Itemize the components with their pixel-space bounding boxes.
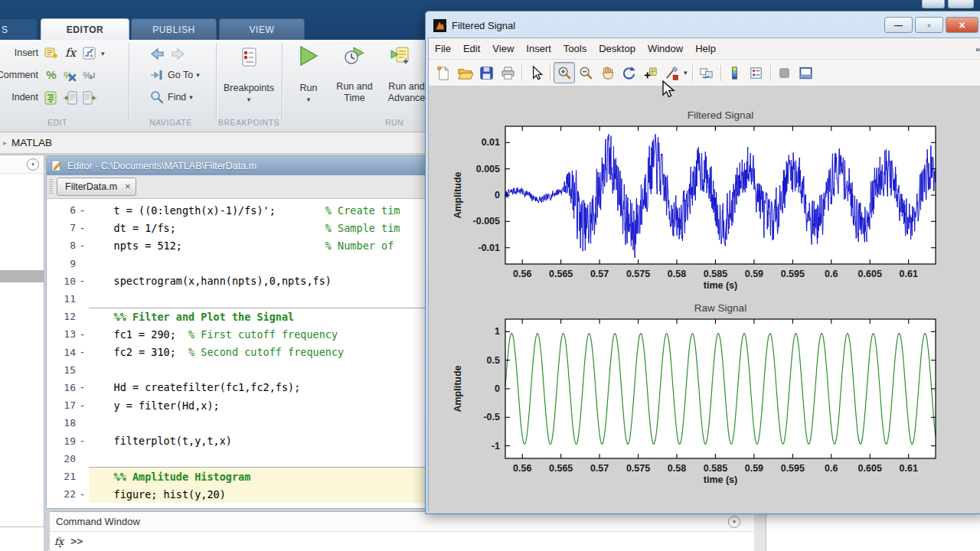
open-file-button[interactable]	[454, 62, 475, 83]
breakpoints-icon[interactable]	[237, 46, 260, 69]
run-button[interactable]: Run ▾	[286, 83, 332, 104]
line-number[interactable]: 9	[47, 258, 76, 269]
forward-icon[interactable]	[170, 46, 185, 61]
run-and-time-button[interactable]: Run and Time	[331, 81, 378, 104]
zoom-in-button[interactable]	[554, 62, 575, 83]
line-number[interactable]: 7	[47, 222, 76, 233]
run-icon[interactable]	[296, 44, 319, 67]
svg-text:fi: fi	[90, 54, 93, 58]
insert-dropdown-caret[interactable]: ▾	[101, 50, 105, 57]
breakpoints-button[interactable]: Breakpoints ▾	[217, 83, 281, 104]
insert-section-icon[interactable]	[44, 46, 59, 61]
menu-edit[interactable]: Edit	[457, 43, 486, 54]
breakpoint-gutter[interactable]: -	[76, 240, 89, 252]
comment-icon[interactable]: %	[44, 68, 59, 83]
menu-overflow-icon[interactable]: »	[975, 44, 980, 54]
link-plot-button[interactable]	[696, 62, 717, 83]
insert-legend-button[interactable]	[746, 62, 767, 83]
command-window-header[interactable]: Command Window ▾	[50, 512, 754, 532]
insert-block-icon[interactable]: fi	[82, 46, 97, 61]
line-number[interactable]: 12	[47, 311, 76, 322]
new-figure-button[interactable]	[433, 62, 454, 83]
tab-publish[interactable]: PUBLISH	[131, 18, 217, 40]
breakpoint-gutter[interactable]: -	[76, 346, 89, 358]
indent-left-icon[interactable]	[82, 90, 97, 106]
tab-view[interactable]: VIEW	[219, 18, 305, 40]
figure-close-button[interactable]: ×	[946, 17, 978, 33]
menu-view[interactable]: View	[486, 43, 520, 54]
selected-file-row[interactable]	[0, 270, 44, 282]
line-number[interactable]: 10	[47, 276, 76, 287]
breakpoint-gutter[interactable]: -	[76, 381, 89, 393]
run-and-advance-icon[interactable]	[389, 44, 412, 67]
x-tick-label: 0.6	[825, 463, 838, 474]
figure-titlebar[interactable]: Filtered Signal — ▫ ×	[428, 14, 980, 37]
show-plot-tools-dock-button[interactable]	[795, 62, 817, 83]
file-tab-filterdata[interactable]: FilterData.m ×	[57, 178, 136, 196]
breakpoint-gutter[interactable]: -	[76, 222, 89, 234]
back-icon[interactable]	[150, 46, 165, 61]
hide-plot-tools-button[interactable]	[774, 62, 795, 83]
line-number[interactable]: 18	[47, 417, 76, 429]
find-button[interactable]: Find▾	[149, 90, 193, 105]
line-number[interactable]: 8	[47, 240, 76, 251]
indent-label[interactable]: Indent	[0, 92, 38, 103]
run-and-time-icon[interactable]	[343, 44, 366, 67]
goto-button[interactable]: Go To▾	[149, 67, 200, 83]
menu-file[interactable]: File	[429, 43, 457, 54]
line-number[interactable]: 20	[47, 453, 76, 465]
line-number[interactable]: 11	[47, 293, 76, 305]
data-cursor-button[interactable]	[639, 62, 661, 83]
insert-colorbar-button[interactable]	[724, 62, 746, 83]
menu-tools[interactable]: Tools	[557, 43, 593, 54]
brush-dropdown-icon[interactable]: ▾	[684, 69, 688, 77]
tabbar-grip[interactable]	[49, 179, 53, 194]
uncomment-icon[interactable]: %	[63, 68, 78, 83]
command-window-menu-icon[interactable]: ▾	[728, 516, 740, 528]
save-figure-button[interactable]	[475, 62, 497, 83]
breakpoint-gutter[interactable]: -	[76, 328, 89, 341]
desktop-minimize-button[interactable]	[922, 0, 945, 8]
command-prompt-line[interactable]: fx▾ >>	[50, 532, 754, 550]
menu-help[interactable]: Help	[689, 43, 722, 54]
line-number[interactable]: 15	[47, 364, 76, 376]
tab-editor[interactable]: EDITOR	[41, 18, 129, 40]
line-number[interactable]: 22	[47, 488, 76, 500]
line-number[interactable]: 16	[47, 382, 76, 393]
panel-divider[interactable]	[754, 511, 766, 551]
pan-hand-button[interactable]	[596, 62, 618, 83]
edit-pointer-button[interactable]	[525, 62, 547, 83]
panel-menu-icon[interactable]: ▾	[27, 158, 39, 171]
brush-data-button[interactable]	[661, 62, 682, 83]
indent-right-icon[interactable]	[63, 90, 78, 106]
run-and-advance-button[interactable]: Run and Advance	[383, 81, 430, 104]
breakpoint-gutter[interactable]: -	[76, 488, 89, 500]
breakpoint-gutter[interactable]: -	[76, 399, 89, 412]
desktop-close-button[interactable]	[948, 0, 974, 8]
menu-window[interactable]: Window	[642, 43, 689, 54]
smart-indent-icon[interactable]	[44, 90, 59, 106]
figure-restore-button[interactable]: ▫	[915, 17, 943, 33]
line-number[interactable]: 19	[47, 435, 76, 447]
line-number[interactable]: 13	[47, 328, 76, 340]
tab-close-icon[interactable]: ×	[125, 183, 131, 191]
breakpoint-gutter[interactable]: -	[76, 275, 89, 287]
line-number[interactable]: 17	[47, 399, 76, 411]
rotate-3d-button[interactable]	[618, 62, 639, 83]
breakpoint-gutter[interactable]: -	[76, 204, 89, 217]
print-figure-button[interactable]	[497, 62, 518, 83]
menu-desktop[interactable]: Desktop	[593, 43, 642, 54]
menu-insert[interactable]: Insert	[520, 43, 557, 54]
insert-label[interactable]: Insert	[0, 47, 38, 58]
line-number[interactable]: 6	[47, 204, 76, 216]
line-number[interactable]: 21	[47, 471, 76, 482]
y-tick-label: 0.01	[482, 137, 500, 148]
comment-label[interactable]: Comment	[0, 70, 38, 80]
figure-minimize-button[interactable]: —	[884, 17, 913, 33]
insert-function-icon[interactable]: fx	[63, 46, 78, 61]
zoom-out-button[interactable]	[575, 62, 596, 83]
tab-apps-partial[interactable]: S	[0, 19, 37, 40]
breakpoint-gutter[interactable]: -	[76, 435, 89, 447]
wrap-comments-icon[interactable]: %	[82, 68, 97, 83]
line-number[interactable]: 14	[47, 347, 76, 358]
